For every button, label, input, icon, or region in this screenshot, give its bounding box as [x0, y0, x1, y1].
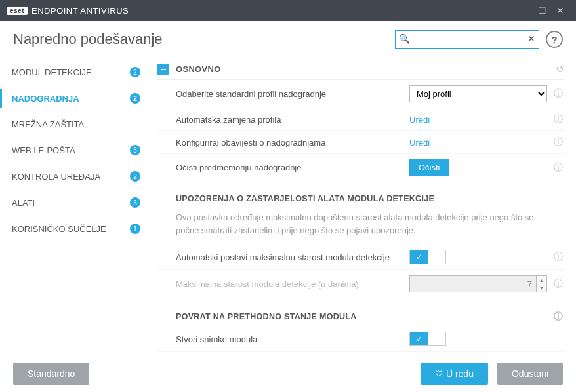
brand-badge: eset — [7, 7, 28, 15]
label: Automatski postavi maksimalnu starost mo… — [176, 252, 409, 262]
badge: 2 — [130, 171, 140, 182]
sidebar-item-update[interactable]: NADOGRADNJA 2 — [0, 85, 151, 111]
default-button[interactable]: Standardno — [13, 363, 89, 385]
row-configure-notifications: Konfiguriraj obavijesti o nadogradnjama … — [157, 131, 564, 154]
sidebar-item-tools[interactable]: ALATI 3 — [0, 189, 151, 216]
clear-search-icon[interactable]: ✕ — [527, 33, 535, 44]
footer: Standardno 🛡 U redu Odustani — [0, 355, 576, 392]
label: Odaberite standardni profil nadogradnje — [176, 89, 409, 99]
info-icon[interactable]: ⓘ — [552, 88, 564, 100]
search-icon: 🔍 — [399, 33, 410, 44]
product-name: ENDPOINT ANTIVIRUS — [31, 6, 129, 16]
row-max-age-days: Maksimalna starost modula detekcije (u d… — [157, 270, 564, 298]
cancel-button[interactable]: Odustani — [497, 363, 563, 385]
content-pane: − OSNOVNO ↺ Odaberite standardni profil … — [151, 55, 576, 355]
search-wrap: 🔍 ✕ — [395, 30, 539, 49]
search-input[interactable] — [395, 30, 539, 49]
check-icon: ✓ — [416, 252, 422, 262]
label: Očisti predmemoriju nadogradnje — [176, 163, 409, 172]
spinner-down-icon[interactable]: ▼ — [537, 284, 546, 292]
edit-notifications-link[interactable]: Uredi — [409, 138, 430, 147]
header: Napredno podešavanje 🔍 ✕ ? — [0, 21, 576, 55]
sidebar-item-device-control[interactable]: KONTROLA UREĐAJA 2 — [0, 163, 151, 189]
info-icon[interactable]: ⓘ — [552, 136, 564, 148]
help-button[interactable]: ? — [546, 31, 563, 48]
reset-section-icon[interactable]: ↺ — [556, 63, 564, 75]
sidebar-item-network[interactable]: MREŽNA ZAŠTITA — [0, 111, 151, 137]
badge: 3 — [130, 197, 140, 208]
row-auto-max-age: Automatski postavi maksimalnu starost mo… — [157, 245, 564, 270]
sidebar-item-ui[interactable]: KORISNIČKO SUČELJE 1 — [0, 216, 151, 242]
section-title: OSNOVNO — [176, 64, 556, 74]
page-title: Napredno podešavanje — [13, 31, 395, 48]
badge: 2 — [130, 93, 140, 104]
label: Maksimalna starost modula detekcije (u d… — [176, 279, 409, 289]
info-icon[interactable]: ⓘ — [552, 251, 564, 263]
clear-cache-button[interactable]: Očisti — [409, 159, 449, 176]
ok-button[interactable]: 🛡 U redu — [421, 363, 488, 385]
label: Konfiguriraj obavijesti o nadogradnjama — [176, 138, 409, 147]
label: Stvori snimke modula — [176, 334, 409, 344]
sidebar: MODUL DETEKCIJE 2 NADOGRADNJA 2 MREŽNA Z… — [0, 55, 151, 355]
auto-max-age-toggle[interactable]: ✓ — [409, 250, 446, 264]
row-default-profile: Odaberite standardni profil nadogradnje … — [157, 80, 564, 108]
info-icon[interactable]: ⓘ — [552, 162, 564, 174]
info-icon[interactable]: ⓘ — [552, 278, 564, 290]
shield-icon: 🛡 — [435, 369, 443, 378]
spinner-up-icon[interactable]: ▲ — [537, 276, 546, 284]
info-icon[interactable]: ⓘ — [552, 113, 564, 125]
badge: 2 — [130, 67, 140, 77]
window-maximize-icon[interactable]: ☐ — [533, 5, 551, 16]
check-icon: ✓ — [416, 334, 422, 343]
window-close-icon[interactable]: ✕ — [551, 5, 569, 16]
row-auto-switch-profile: Automatska zamjena profila Uredi ⓘ — [157, 108, 564, 131]
collapse-button[interactable]: − — [157, 64, 169, 75]
row-clear-cache: Očisti predmemoriju nadogradnje Očisti ⓘ — [157, 154, 564, 181]
sidebar-item-detection[interactable]: MODUL DETEKCIJE 2 — [0, 59, 151, 85]
create-snapshots-toggle[interactable]: ✓ — [409, 332, 446, 346]
profile-select[interactable]: Moj profil — [409, 85, 547, 102]
edit-auto-switch-link[interactable]: Uredi — [409, 115, 430, 125]
section-description: Ova postavka određuje maksimalnu dopušte… — [157, 207, 564, 245]
section-header-warnings: UPOZORENJA O ZASTARJELOSTI ALATA MODULA … — [157, 181, 564, 207]
section-header-basic: − OSNOVNO ↺ — [157, 59, 564, 80]
section-header-rollback: POVRAT NA PRETHODNO STANJE MODULA ⓘ — [157, 298, 564, 326]
sidebar-item-web-email[interactable]: WEB I E-POŠTA 3 — [0, 137, 151, 163]
label: Automatska zamjena profila — [176, 115, 409, 125]
badge: 1 — [130, 224, 140, 234]
info-icon[interactable]: ⓘ — [552, 311, 564, 323]
titlebar: eset ENDPOINT ANTIVIRUS ☐ ✕ — [0, 0, 576, 21]
badge: 3 — [130, 145, 140, 155]
row-create-snapshots: Stvori snimke modula ✓ ⓘ — [157, 326, 564, 352]
max-age-spinner: ▲ ▼ — [409, 275, 547, 292]
max-age-input — [409, 275, 537, 292]
